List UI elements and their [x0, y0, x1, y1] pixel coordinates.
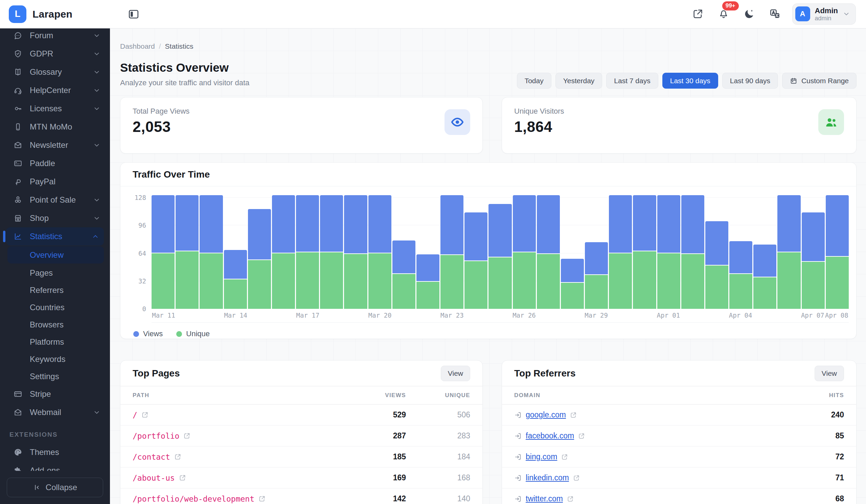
sidebar-item-paypal[interactable]: PayPal	[0, 172, 110, 191]
bar-mar-26	[513, 195, 536, 309]
collapse-sidebar-button[interactable]: Collapse	[7, 478, 103, 497]
bar-mar-30	[609, 195, 632, 309]
x-tick-apr-08: Apr 08	[825, 312, 849, 319]
notifications-button[interactable]: 99+	[715, 5, 732, 22]
referrer-domain-link[interactable]: twitter.com	[526, 494, 563, 503]
sidebar-subitem-settings[interactable]: Settings	[0, 368, 110, 385]
sidebar-subitem-referrers[interactable]: Referrers	[0, 281, 110, 299]
sidebar-item-label: PayPal	[30, 177, 100, 186]
external-link-icon[interactable]	[258, 495, 266, 502]
page-path-link[interactable]: /about-us	[133, 473, 175, 482]
range-button-yesterday[interactable]: Yesterday	[555, 73, 602, 89]
path-cell: /	[133, 411, 352, 419]
sidebar-item-forum[interactable]: Forum	[0, 26, 110, 45]
sidebar-item-licenses[interactable]: Licenses	[0, 99, 110, 118]
domain-cell: facebook.com	[514, 431, 790, 440]
sidebar-item-glossary[interactable]: Glossary	[0, 63, 110, 81]
sidebar-item-gdpr[interactable]: GDPR	[0, 45, 110, 63]
range-button-last-7-days[interactable]: Last 7 days	[606, 73, 658, 89]
external-link-icon[interactable]	[573, 474, 580, 481]
page-path-link[interactable]: /	[133, 411, 137, 419]
external-link-icon[interactable]	[578, 433, 585, 439]
top-header: L Larapen 99+ A A	[0, 0, 866, 29]
external-link-icon[interactable]	[567, 495, 574, 502]
user-menu[interactable]: A Admin admin	[792, 3, 856, 25]
sidebar-subitem-overview[interactable]: Overview	[8, 246, 104, 264]
sidebar-subitem-keywords[interactable]: Keywords	[0, 350, 110, 368]
range-button-last-30-days[interactable]: Last 30 days	[662, 73, 718, 89]
sidebar-item-newsletter[interactable]: Newsletter	[0, 136, 110, 154]
referrer-domain-link[interactable]: linkedin.com	[526, 473, 569, 482]
views-segment	[657, 195, 680, 253]
open-site-button[interactable]	[689, 5, 706, 22]
referrer-domain-link[interactable]: facebook.com	[526, 431, 574, 440]
views-segment	[537, 195, 560, 253]
unique-value: 184	[406, 452, 470, 461]
translate-icon	[769, 8, 781, 20]
breadcrumb-dashboard[interactable]: Dashboard	[120, 42, 155, 51]
sidebar-item-shop[interactable]: Shop	[0, 209, 110, 227]
range-button-last-90-days[interactable]: Last 90 days	[722, 73, 778, 89]
table-row: facebook.com85	[502, 426, 856, 447]
views-value: 185	[352, 452, 406, 461]
referrer-domain-link[interactable]: google.com	[526, 410, 566, 419]
avatar: A	[795, 7, 810, 21]
header-right: 99+ A Admin admin	[689, 3, 866, 25]
external-link-icon[interactable]	[141, 411, 148, 418]
page-path-link[interactable]: /portfolio	[133, 432, 179, 440]
point-of-sale-icon	[13, 195, 22, 204]
external-link-icon[interactable]	[570, 412, 577, 418]
sidebar-subitem-browsers[interactable]: Browsers	[0, 316, 110, 333]
sidebar-item-helpcenter[interactable]: HelpCenter	[0, 81, 110, 99]
external-link-icon[interactable]	[561, 453, 568, 460]
log-in-icon	[514, 495, 522, 503]
external-link-icon[interactable]	[179, 474, 186, 481]
unique-segment	[729, 274, 752, 309]
mtn-momo-icon	[13, 122, 22, 131]
sidebar-toggle-button[interactable]	[125, 5, 142, 23]
legend-label: Unique	[186, 329, 210, 338]
sidebar-item-webmail[interactable]: Webmail	[0, 403, 110, 422]
top-pages-view-button[interactable]: View	[441, 366, 470, 381]
unique-segment	[488, 257, 511, 309]
sidebar-item-themes[interactable]: Themes	[0, 443, 110, 461]
chevron-down-icon	[93, 68, 100, 76]
unique-segment	[777, 252, 800, 309]
path-cell: /about-us	[133, 473, 352, 482]
views-segment	[753, 245, 776, 277]
sidebar-subitem-pages[interactable]: Pages	[0, 264, 110, 281]
external-link-icon[interactable]	[174, 453, 181, 460]
views-segment	[368, 195, 391, 253]
sidebar-item-add-ons[interactable]: Add-ons	[0, 461, 110, 471]
statistics-icon	[13, 232, 22, 241]
views-segment	[633, 195, 656, 251]
language-button[interactable]	[767, 5, 784, 22]
sidebar-item-paddle[interactable]: Paddle	[0, 154, 110, 172]
sidebar-item-mtn-momo[interactable]: MTN MoMo	[0, 118, 110, 136]
sidebar-item-statistics[interactable]: Statistics	[6, 227, 104, 246]
referrer-domain-link[interactable]: bing.com	[526, 452, 557, 461]
external-link-icon	[692, 8, 704, 20]
sidebar-item-label: Themes	[30, 448, 100, 457]
page-path-link[interactable]: /portfolio/web-development	[133, 494, 254, 503]
y-tick-64: 64	[138, 250, 146, 257]
bar-mar-22	[417, 254, 440, 309]
legend-label: Views	[143, 329, 163, 338]
sidebar-item-stripe[interactable]: Stripe	[0, 385, 110, 403]
page-path-link[interactable]: /contact	[133, 452, 170, 461]
table-row: twitter.com68	[502, 489, 856, 504]
range-button-custom-range[interactable]: Custom Range	[782, 73, 856, 89]
sidebar-item-point-of-sale[interactable]: Point of Sale	[0, 191, 110, 209]
external-link-icon[interactable]	[184, 432, 190, 439]
top-referrers-view-button[interactable]: View	[814, 366, 844, 381]
paypal-icon	[13, 177, 22, 186]
x-tick-apr-04: Apr 04	[729, 312, 753, 319]
sidebar-subitem-platforms[interactable]: Platforms	[0, 333, 110, 350]
range-button-label: Last 7 days	[614, 77, 650, 85]
dark-mode-button[interactable]	[741, 5, 758, 22]
sidebar-subitem-countries[interactable]: Countries	[0, 299, 110, 316]
range-button-today[interactable]: Today	[517, 73, 552, 89]
unique-segment	[176, 251, 199, 309]
x-tick-mar-18	[320, 312, 344, 319]
stripe-icon	[13, 390, 22, 399]
